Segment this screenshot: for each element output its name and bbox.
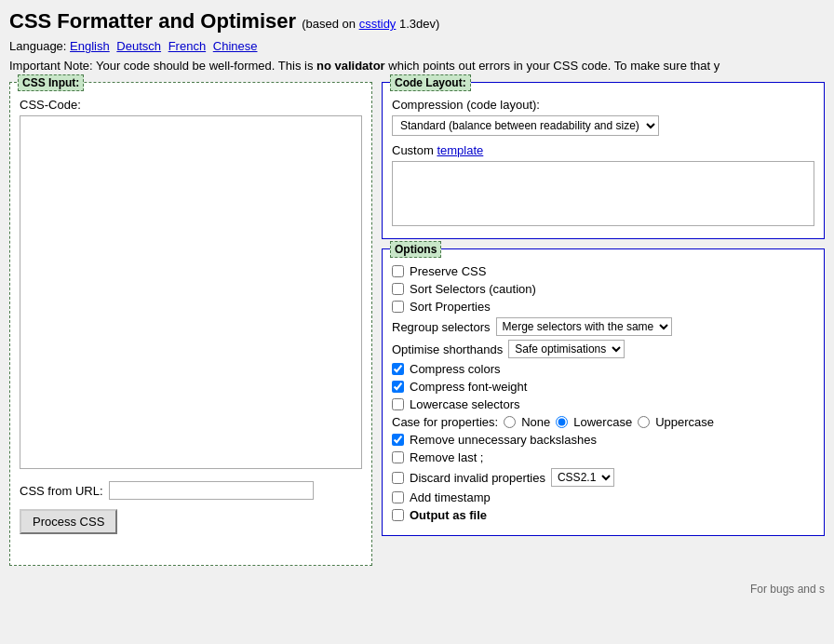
remove-last-row: Remove last ; [392,450,814,464]
footer: For bugs and s [9,583,825,596]
sort-properties-checkbox[interactable] [392,301,404,313]
sort-properties-row: Sort Properties [392,300,814,314]
compression-select[interactable]: Standard (balance between readability an… [392,115,659,136]
compress-colors-row: Compress colors [392,362,814,376]
case-none-label: None [521,415,550,429]
discard-invalid-row: Discard invalid properties CSS2.1 CSS3 A… [392,468,814,487]
lowercase-selectors-label: Lowercase selectors [410,397,520,411]
lang-french[interactable]: French [168,39,206,53]
options-legend: Options [390,241,441,258]
template-textarea[interactable] [392,161,814,226]
regroup-select[interactable]: Merge selectors with the same Do not mer… [496,317,672,336]
optimise-row: Optimise shorthands Safe optimisations A… [392,340,814,358]
regroup-row: Regroup selectors Merge selectors with t… [392,317,814,336]
add-timestamp-row: Add timestamp [392,490,814,504]
compress-colors-label: Compress colors [410,362,501,376]
sort-selectors-row: Sort Selectors (caution) [392,282,814,296]
preserve-css-checkbox[interactable] [392,265,404,277]
sort-properties-label: Sort Properties [410,300,491,314]
template-link[interactable]: template [437,143,483,157]
remove-backslashes-label: Remove unnecessary backslashes [410,433,597,447]
process-css-button[interactable]: Process CSS [20,509,117,534]
remove-backslashes-checkbox[interactable] [392,434,404,446]
case-label: Case for properties: [392,415,498,429]
output-as-file-row: Output as file [392,508,814,522]
custom-label: Custom [392,143,434,157]
regroup-label: Regroup selectors [392,320,491,334]
css-code-textarea[interactable] [20,115,362,469]
important-note: Important Note: Your code should be well… [9,59,825,73]
optimise-select[interactable]: Safe optimisations All optimisations Non… [508,340,625,358]
remove-last-checkbox[interactable] [392,451,404,463]
compress-colors-checkbox[interactable] [392,363,404,375]
main-layout: CSS Input: CSS-Code: CSS from URL: Proce… [9,82,825,573]
lang-english[interactable]: English [70,39,110,53]
optimise-label: Optimise shorthands [392,342,503,356]
lang-deutsch[interactable]: Deutsch [116,39,161,53]
css-code-label: CSS-Code: [20,98,362,112]
discard-invalid-select[interactable]: CSS2.1 CSS3 All [551,468,614,487]
code-layout-box: Code Layout: Compression (code layout): … [382,82,825,239]
custom-template-label: Custom template [392,143,814,157]
css-url-input[interactable] [109,481,314,500]
options-box: Options Preserve CSS Sort Selectors (cau… [382,248,825,536]
css-url-label: CSS from URL: [20,484,103,498]
add-timestamp-checkbox[interactable] [392,491,404,503]
lowercase-selectors-checkbox[interactable] [392,398,404,410]
output-as-file-checkbox[interactable] [392,509,404,521]
lowercase-selectors-row: Lowercase selectors [392,397,814,411]
css-from-url-row: CSS from URL: [20,481,362,500]
case-lowercase-label: Lowercase [573,415,632,429]
remove-last-label: Remove last ; [410,450,483,464]
right-panel: Code Layout: Compression (code layout): … [382,82,825,536]
language-label: Language: [9,39,66,53]
remove-backslashes-row: Remove unnecessary backslashes [392,433,814,447]
case-lowercase-radio[interactable] [556,416,568,428]
compress-font-checkbox[interactable] [392,381,404,393]
case-uppercase-radio[interactable] [638,416,650,428]
css-input-legend: CSS Input: [18,74,84,91]
case-row: Case for properties: None Lowercase Uppe… [392,415,814,429]
sort-selectors-checkbox[interactable] [392,283,404,295]
compress-font-label: Compress font-weight [410,380,527,394]
add-timestamp-label: Add timestamp [410,490,491,504]
based-info: (based on csstidy 1.3dev) [302,17,439,31]
language-bar: Language: English Deutsch French Chinese [9,39,825,53]
compression-label: Compression (code layout): [392,98,814,112]
code-layout-legend: Code Layout: [390,74,471,91]
case-none-radio[interactable] [504,416,516,428]
page-title: CSS Formatter and Optimiser (based on cs… [9,9,825,34]
left-panel: CSS Input: CSS-Code: CSS from URL: Proce… [9,82,372,573]
compression-select-row: Standard (balance between readability an… [392,115,814,136]
preserve-css-row: Preserve CSS [392,264,814,278]
output-as-file-label: Output as file [410,508,487,522]
preserve-css-label: Preserve CSS [410,264,486,278]
compress-font-row: Compress font-weight [392,380,814,394]
css-input-box: CSS Input: CSS-Code: CSS from URL: Proce… [9,82,372,566]
footer-text: For bugs and s [750,583,825,596]
lang-chinese[interactable]: Chinese [213,39,258,53]
csstidy-link[interactable]: csstidy [359,17,397,31]
discard-invalid-label: Discard invalid properties [410,471,545,485]
case-uppercase-label: Uppercase [655,415,714,429]
discard-invalid-checkbox[interactable] [392,472,404,484]
sort-selectors-label: Sort Selectors (caution) [410,282,536,296]
